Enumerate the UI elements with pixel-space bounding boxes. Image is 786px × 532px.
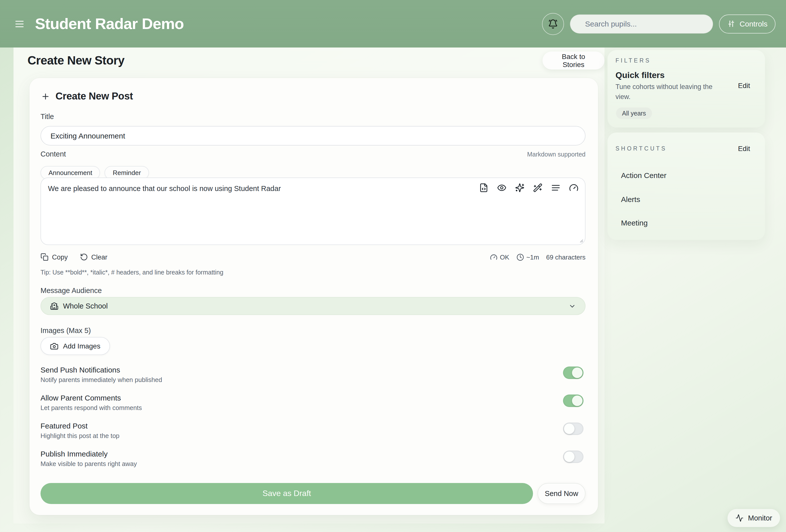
audience-label: Message Audience [41, 286, 102, 295]
read-time-stat: ~1m [516, 253, 539, 261]
toggle-subtitle: Notify parents immediately when publishe… [41, 376, 585, 384]
toggle-title: Featured Post [41, 421, 585, 430]
filters-card: FILTERS Quick filters Tune cohorts witho… [607, 50, 765, 128]
toggle-row-parent-comments: Allow Parent Comments Let parents respon… [41, 393, 585, 412]
shortcuts-eyebrow: SHORTCUTS [616, 145, 667, 152]
content-meta-row: Copy Clear OK [41, 253, 585, 261]
eye-icon[interactable] [497, 183, 507, 192]
card-heading: Create New Post [41, 91, 133, 102]
create-post-card: Create New Post Title Content Markdown s… [29, 78, 598, 515]
publish-immediately-toggle[interactable] [563, 450, 583, 463]
toggle-knob [564, 423, 575, 434]
card-heading-text: Create New Post [55, 91, 133, 102]
toggle-title: Publish Immediately [41, 449, 585, 458]
page-title: Create New Story [27, 53, 124, 68]
parent-comments-toggle[interactable] [563, 394, 583, 407]
content-text: We are pleased to announce that our scho… [48, 184, 470, 194]
toggle-row-push-notifications: Send Push Notifications Notify parents i… [41, 366, 585, 384]
app-header: Student Radar Demo Controls [0, 0, 786, 47]
sparkles-icon[interactable] [515, 183, 525, 192]
char-count: 69 characters [546, 253, 585, 261]
content-stats: OK ~1m 69 characters [490, 253, 585, 261]
shortcuts-edit-link[interactable]: Edit [738, 144, 750, 153]
app-title: Student Radar Demo [35, 15, 184, 33]
toggle-title: Send Push Notifications [41, 366, 585, 374]
toggle-subtitle: Make visible to parents right away [41, 460, 585, 467]
read-time-label: ~1m [526, 253, 539, 261]
monitor-label: Monitor [748, 514, 772, 522]
main-content-panel: Create New Story Back to Stories Create … [14, 47, 604, 524]
send-now-button[interactable]: Send Now [537, 483, 585, 504]
app-root: Student Radar Demo Controls Create New S… [0, 0, 786, 532]
formatting-tip: Tip: Use **bold**, *italic*, # headers, … [41, 269, 223, 276]
rotate-ccw-icon [80, 253, 88, 261]
all-years-chip[interactable]: All years [616, 108, 652, 119]
shortcut-action-center[interactable]: Action Center [621, 171, 667, 180]
bell-icon [548, 19, 558, 29]
textarea-toolbar [479, 183, 578, 192]
content-label: Content [41, 150, 66, 158]
shortcut-alerts[interactable]: Alerts [621, 195, 640, 204]
file-code-icon[interactable] [479, 183, 488, 192]
quick-filters-title: Quick filters [616, 70, 665, 80]
back-to-stories-button[interactable]: Back to Stories [542, 51, 604, 69]
clear-button[interactable]: Clear [80, 253, 108, 261]
sliders-icon [727, 20, 736, 28]
filters-eyebrow: FILTERS [616, 57, 651, 64]
clock-icon [516, 253, 524, 261]
chevron-down-icon [569, 302, 576, 310]
audience-select[interactable]: Whole School [41, 297, 585, 315]
search-input[interactable] [570, 14, 713, 33]
toggle-title: Allow Parent Comments [41, 393, 585, 402]
add-images-label: Add Images [63, 342, 100, 350]
clear-label: Clear [91, 253, 108, 261]
copy-label: Copy [52, 253, 68, 261]
gauge-icon [490, 253, 498, 261]
textarea-resize-handle[interactable] [578, 237, 583, 243]
monitor-button[interactable]: Monitor [727, 509, 780, 527]
toggle-subtitle: Let parents respond with comments [41, 404, 585, 412]
toggle-knob [572, 368, 582, 378]
markdown-hint: Markdown supported [527, 151, 585, 158]
controls-button[interactable]: Controls [719, 14, 776, 33]
align-left-icon[interactable] [551, 183, 560, 192]
toggle-subtitle: Highlight this post at the top [41, 432, 585, 439]
content-textarea[interactable]: We are pleased to announce that our scho… [41, 178, 585, 245]
notifications-button[interactable] [542, 13, 564, 35]
header-actions: Controls [542, 13, 776, 35]
copy-button[interactable]: Copy [41, 253, 68, 261]
shortcuts-card: SHORTCUTS Edit Action Center Alerts Meet… [607, 133, 765, 240]
audience-value: Whole School [63, 302, 108, 310]
add-images-button[interactable]: Add Images [41, 337, 110, 355]
title-input[interactable] [41, 126, 585, 145]
status-stat: OK [490, 253, 509, 261]
school-icon [50, 302, 59, 310]
copy-icon [41, 253, 48, 261]
push-notifications-toggle[interactable] [563, 367, 583, 379]
toggle-knob [564, 452, 575, 462]
shortcut-meeting[interactable]: Meeting [621, 218, 648, 227]
controls-label: Controls [740, 20, 767, 28]
title-label: Title [41, 113, 54, 120]
toggle-row-featured-post: Featured Post Highlight this post at the… [41, 421, 585, 439]
images-label: Images (Max 5) [41, 326, 91, 334]
quick-filters-description: Tune cohorts without leaving the view. [616, 82, 724, 102]
wand-icon[interactable] [533, 183, 542, 192]
activity-icon [736, 514, 743, 522]
camera-icon [50, 342, 59, 350]
content-actions: Copy Clear [41, 253, 108, 261]
filters-edit-link[interactable]: Edit [738, 82, 750, 90]
featured-post-toggle[interactable] [563, 422, 583, 435]
save-as-draft-button[interactable]: Save as Draft [41, 483, 533, 504]
toggle-knob [572, 395, 582, 406]
status-ok-label: OK [500, 253, 509, 261]
gauge-icon[interactable] [569, 183, 578, 192]
toggle-row-publish-immediately: Publish Immediately Make visible to pare… [41, 449, 585, 467]
plus-icon [41, 92, 50, 101]
menu-icon[interactable] [14, 18, 25, 29]
